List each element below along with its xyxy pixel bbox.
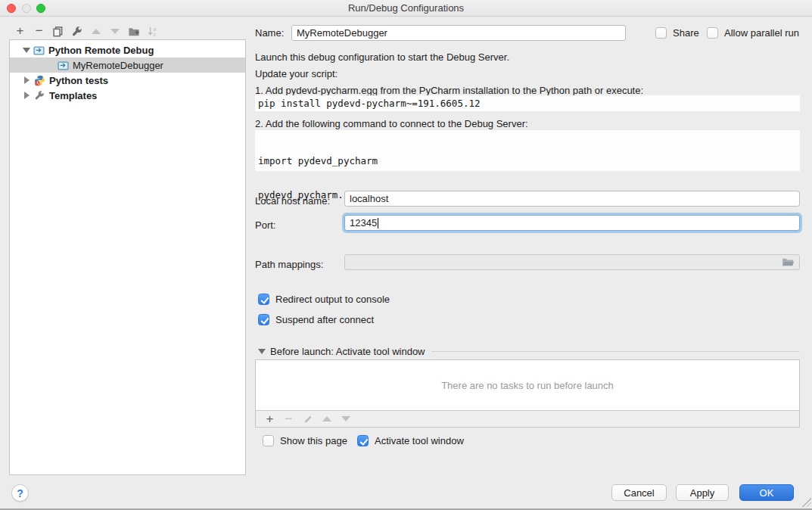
minimize-window-button[interactable]: [22, 4, 31, 13]
ok-button[interactable]: OK: [739, 484, 794, 501]
name-label: Name:: [255, 26, 284, 41]
allow-parallel-run-checkbox[interactable]: [707, 27, 718, 39]
tree-item-label: Templates: [49, 90, 97, 101]
before-launch-task-list[interactable]: There are no tasks to run before launch: [255, 359, 800, 411]
folder-plus-icon: [128, 26, 140, 37]
redirect-output-checkbox-row[interactable]: Redirect output to console: [258, 294, 390, 305]
run-debug-configurations-dialog: { "window": { "title": "Run/Debug Config…: [0, 0, 812, 510]
wrench-icon: [71, 26, 82, 37]
activate-tool-window-checkbox-row[interactable]: Activate tool window: [357, 435, 464, 446]
remote-debug-config-icon: [58, 60, 69, 71]
empty-task-list-message: There are no tasks to run before launch: [441, 380, 614, 391]
instruction-step2: 2. Add the following command to connect …: [255, 118, 528, 129]
title-bar[interactable]: Run/Debug Configurations: [0, 0, 812, 17]
tree-item-templates[interactable]: Templates: [10, 88, 245, 103]
configurations-toolbar: + − a z: [11, 23, 162, 39]
window-resize-grip[interactable]: [802, 498, 811, 507]
activate-tool-window-checkbox[interactable]: [357, 435, 369, 446]
chevron-collapsed-icon[interactable]: [24, 76, 30, 84]
copy-configuration-icon[interactable]: [48, 23, 67, 39]
move-task-up-icon[interactable]: [317, 412, 336, 427]
svg-text:a: a: [153, 26, 156, 31]
edit-task-icon[interactable]: [298, 412, 317, 427]
zoom-window-button[interactable]: [36, 4, 45, 13]
remove-configuration-icon[interactable]: −: [30, 23, 48, 39]
local-host-name-input[interactable]: [344, 191, 800, 207]
move-task-down-icon[interactable]: [336, 412, 355, 427]
window-title: Run/Debug Configurations: [0, 0, 812, 16]
browse-folder-icon[interactable]: [782, 257, 795, 267]
port-label: Port:: [255, 218, 275, 233]
tree-item-label: MyRemoteDebugger: [73, 60, 163, 71]
remove-task-icon[interactable]: −: [279, 412, 298, 427]
code-line-import: import pydevd_pycharm: [258, 155, 797, 166]
chevron-expanded-icon[interactable]: [258, 349, 266, 354]
close-window-button[interactable]: [7, 4, 16, 13]
suspend-after-connect-label: Suspend after connect: [275, 314, 374, 325]
chevron-expanded-icon[interactable]: [23, 48, 30, 53]
configurations-tree: Python Remote Debug MyRemoteDebugger Pyt…: [9, 39, 246, 475]
port-input[interactable]: 12345: [344, 215, 800, 231]
tree-item-label: Python tests: [49, 75, 108, 86]
share-checkbox-row[interactable]: Share: [655, 27, 699, 39]
before-launch-toolbar: + −: [255, 411, 800, 428]
remote-debug-config-icon: [33, 45, 45, 56]
apply-button[interactable]: Apply: [676, 484, 729, 501]
path-mappings-input[interactable]: [344, 254, 800, 270]
show-this-page-checkbox-row[interactable]: Show this page: [263, 435, 347, 446]
path-mappings-label: Path mappings:: [255, 257, 323, 272]
svg-text:z: z: [153, 32, 155, 37]
tree-item-python-remote-debug[interactable]: Python Remote Debug: [10, 42, 245, 58]
share-checkbox[interactable]: [655, 27, 667, 39]
move-down-icon[interactable]: [105, 23, 124, 39]
name-input[interactable]: [291, 25, 626, 41]
copy-icon: [52, 26, 64, 37]
suspend-after-connect-checkbox-row[interactable]: Suspend after connect: [258, 314, 374, 325]
before-launch-header[interactable]: Before launch: Activate tool window: [258, 346, 800, 357]
help-button[interactable]: ?: [11, 484, 29, 502]
add-configuration-icon[interactable]: +: [11, 23, 30, 39]
allow-parallel-run-label: Allow parallel run: [724, 27, 799, 39]
show-this-page-checkbox[interactable]: [263, 435, 274, 446]
allow-parallel-run-checkbox-row[interactable]: Allow parallel run: [707, 27, 799, 39]
sort-alphabetically-icon[interactable]: a z: [143, 23, 162, 39]
port-value: 12345: [350, 217, 377, 229]
tree-item-label: Python Remote Debug: [48, 45, 154, 56]
redirect-output-label: Redirect output to console: [275, 294, 390, 305]
chevron-collapsed-icon[interactable]: [24, 92, 30, 99]
before-launch-title: Before launch: Activate tool window: [270, 346, 425, 357]
activate-tool-window-label: Activate tool window: [375, 435, 464, 446]
cancel-button[interactable]: Cancel: [611, 484, 667, 501]
tree-item-myremotedebugger[interactable]: MyRemoteDebugger: [10, 58, 245, 73]
move-up-icon[interactable]: [86, 23, 105, 39]
instruction-step1: 1. Add pydevd-pycharm.egg from the PyCha…: [255, 85, 643, 96]
settrace-code-block: import pydevd_pycharm pydevd_pycharm.set…: [255, 130, 800, 171]
instruction-intro: Launch this debug configuration to start…: [255, 51, 509, 63]
text-caret: [378, 218, 378, 229]
redirect-output-checkbox[interactable]: [258, 294, 269, 305]
edit-defaults-icon[interactable]: [67, 23, 86, 39]
show-this-page-label: Show this page: [280, 435, 347, 446]
local-host-name-label: Local host name:: [255, 194, 330, 209]
instruction-update-script: Update your script:: [255, 68, 338, 79]
suspend-after-connect-checkbox[interactable]: [258, 314, 269, 325]
share-label: Share: [673, 27, 699, 39]
tree-item-python-tests[interactable]: Python tests: [10, 73, 245, 88]
python-tests-icon: [34, 75, 45, 86]
templates-wrench-icon: [34, 90, 45, 101]
section-divider: [431, 351, 800, 352]
sort-az-icon: a z: [147, 26, 158, 37]
pencil-icon: [303, 414, 313, 424]
pip-install-command: pip install pydevd-pycharm~=191.6605.12: [255, 95, 800, 111]
new-folder-icon[interactable]: [124, 23, 143, 39]
question-mark-icon: ?: [17, 487, 23, 499]
add-task-icon[interactable]: +: [260, 412, 279, 427]
